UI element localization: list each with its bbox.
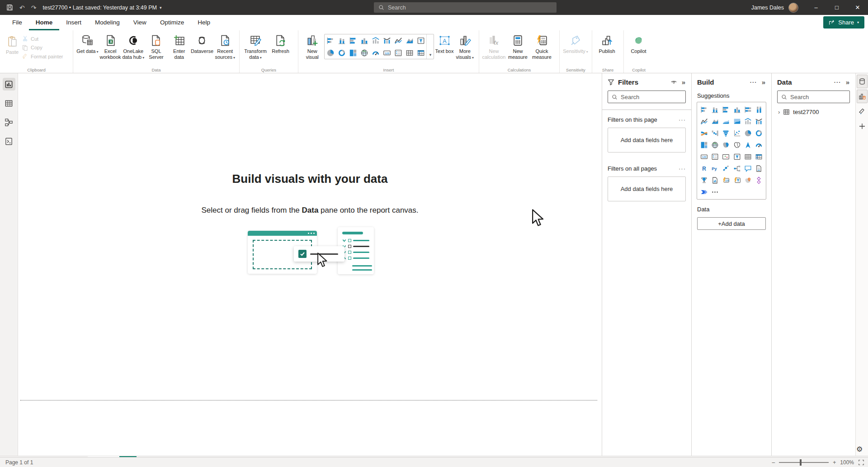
clustered-bar-icon[interactable] bbox=[347, 34, 359, 47]
data-pane-toggle-button[interactable] bbox=[857, 75, 868, 88]
card-icon[interactable] bbox=[381, 47, 392, 59]
menu-tab-optimize[interactable]: Optimize bbox=[153, 16, 191, 30]
settings-gear-icon[interactable]: ⚙ bbox=[856, 445, 863, 453]
map-globe-icon[interactable] bbox=[359, 47, 370, 59]
ribbon-chart-icon[interactable] bbox=[698, 128, 709, 138]
fit-to-page-icon[interactable] bbox=[858, 459, 864, 466]
dax-query-view-button[interactable] bbox=[3, 135, 15, 148]
user-name[interactable]: James Dales bbox=[751, 5, 784, 11]
more-options-icon[interactable] bbox=[709, 186, 720, 197]
kpi-icon[interactable] bbox=[721, 151, 731, 162]
transform-data-button[interactable]: Transform data▾ bbox=[242, 33, 269, 60]
table-icon[interactable] bbox=[404, 47, 415, 59]
area-icon[interactable] bbox=[709, 116, 720, 127]
build-pane-toggle-button[interactable] bbox=[857, 90, 868, 103]
get-data-button[interactable]: Get data▾ bbox=[76, 33, 99, 54]
paste-button[interactable]: Paste bbox=[3, 33, 22, 55]
smart-narrative-icon[interactable] bbox=[754, 163, 764, 174]
more-visuals-button[interactable]: More visuals▾ bbox=[454, 33, 476, 60]
new-calculation-button[interactable]: New calculation bbox=[482, 33, 506, 60]
shape-map-icon[interactable] bbox=[731, 139, 742, 150]
zoom-out-button[interactable]: – bbox=[772, 459, 775, 466]
more-options-icon[interactable]: ··· bbox=[750, 79, 757, 86]
new-visual-button[interactable]: New visual bbox=[301, 33, 323, 60]
menu-tab-modeling[interactable]: Modeling bbox=[88, 16, 127, 30]
gauge-icon[interactable] bbox=[754, 139, 764, 150]
clustered-column-icon[interactable] bbox=[731, 104, 742, 115]
data-search-input[interactable] bbox=[790, 94, 846, 100]
stacked-area-icon[interactable] bbox=[721, 116, 731, 127]
close-button[interactable]: ✕ bbox=[847, 0, 868, 15]
gauge-icon[interactable] bbox=[370, 47, 381, 59]
build-collapse-icon[interactable]: » bbox=[762, 78, 766, 86]
line-clustered-column-combo-icon[interactable] bbox=[381, 34, 392, 47]
enter-data-button[interactable]: Enter data bbox=[168, 33, 191, 60]
onelake-data-hub-button[interactable]: OneLake data hub▾ bbox=[122, 33, 145, 60]
more-options-icon[interactable]: ··· bbox=[679, 116, 686, 123]
qa-icon[interactable] bbox=[742, 163, 753, 174]
filters-search-input[interactable] bbox=[621, 94, 682, 100]
data-collapse-icon[interactable]: » bbox=[846, 78, 850, 86]
donut-icon[interactable] bbox=[754, 128, 764, 138]
clustered-column-icon[interactable] bbox=[359, 34, 370, 47]
key-influencers-icon[interactable] bbox=[721, 163, 731, 174]
stacked-column-icon[interactable] bbox=[336, 34, 347, 47]
filters-collapse-icon[interactable]: » bbox=[682, 78, 686, 86]
r-script-icon[interactable] bbox=[698, 163, 709, 174]
format-painter-button[interactable]: Format painter bbox=[22, 52, 63, 61]
more-options-icon[interactable]: ··· bbox=[834, 79, 841, 86]
card-icon[interactable] bbox=[698, 151, 709, 162]
line-icon[interactable] bbox=[392, 34, 404, 47]
slicer-icon[interactable] bbox=[415, 34, 426, 47]
zoom-slider-handle[interactable] bbox=[800, 459, 802, 466]
filters-all-pages-dropzone[interactable]: Add data fields here bbox=[608, 176, 686, 201]
azure-map-icon[interactable] bbox=[742, 139, 753, 150]
pie-icon[interactable] bbox=[325, 47, 336, 59]
dataverse-button[interactable]: Dataverse bbox=[191, 33, 214, 54]
add-data-button[interactable]: +Add data bbox=[697, 217, 766, 230]
esri-shape-icon[interactable] bbox=[754, 175, 764, 186]
matrix-icon[interactable] bbox=[415, 47, 426, 59]
menu-tab-home[interactable]: Home bbox=[29, 16, 60, 30]
treemap-icon[interactable] bbox=[698, 139, 709, 150]
stacked-column-icon[interactable] bbox=[709, 104, 720, 115]
sensitivity-button[interactable]: Sensitivity▾ bbox=[562, 33, 589, 54]
stacked-bar-100-icon[interactable] bbox=[742, 104, 753, 115]
cut-button[interactable]: Cut bbox=[22, 34, 63, 43]
donut-icon[interactable] bbox=[336, 47, 347, 59]
save-icon[interactable] bbox=[6, 4, 13, 11]
user-avatar[interactable] bbox=[788, 3, 798, 13]
treemap-icon[interactable] bbox=[347, 47, 359, 59]
data-table-item[interactable]: › test27700 bbox=[772, 103, 855, 115]
paginated-report-icon[interactable] bbox=[709, 175, 720, 186]
menu-tab-help[interactable]: Help bbox=[191, 16, 217, 30]
menu-tab-file[interactable]: File bbox=[5, 16, 29, 30]
refresh-button[interactable]: Refresh bbox=[269, 33, 292, 54]
redo-icon[interactable]: ↷ bbox=[31, 4, 37, 11]
publish-button[interactable]: Publish bbox=[595, 33, 619, 54]
share-button[interactable]: Share ▾ bbox=[823, 16, 864, 29]
multi-row-card-icon[interactable] bbox=[709, 151, 720, 162]
new-measure-button[interactable]: New measure bbox=[506, 33, 530, 60]
area-icon[interactable] bbox=[404, 34, 415, 47]
table-view-button[interactable] bbox=[3, 97, 15, 110]
gallery-expand-button[interactable]: ▾ bbox=[426, 34, 434, 59]
arcgis-map-icon[interactable] bbox=[742, 175, 753, 186]
undo-icon[interactable]: ↶ bbox=[19, 4, 25, 11]
menu-tab-view[interactable]: View bbox=[127, 16, 153, 30]
model-view-button[interactable] bbox=[3, 116, 15, 129]
table-icon[interactable] bbox=[742, 151, 753, 162]
more-options-icon[interactable]: ··· bbox=[679, 165, 686, 172]
minimize-button[interactable]: – bbox=[806, 0, 826, 15]
document-title[interactable]: test27700 • Last saved: Yesterday at 3:4… bbox=[42, 5, 161, 11]
funnel-icon[interactable] bbox=[721, 128, 731, 138]
format-pane-toggle-button[interactable] bbox=[857, 105, 868, 118]
report-view-button[interactable] bbox=[3, 78, 15, 91]
line-clustered-column-combo-icon[interactable] bbox=[754, 116, 764, 127]
pie-icon[interactable] bbox=[742, 128, 753, 138]
copy-button[interactable]: Copy bbox=[22, 43, 63, 52]
recent-sources-button[interactable]: Recent sources▾ bbox=[213, 33, 236, 60]
stacked-column-100-icon[interactable] bbox=[754, 104, 764, 115]
data-search-box[interactable] bbox=[777, 91, 850, 103]
add-pane-button[interactable] bbox=[857, 119, 868, 133]
